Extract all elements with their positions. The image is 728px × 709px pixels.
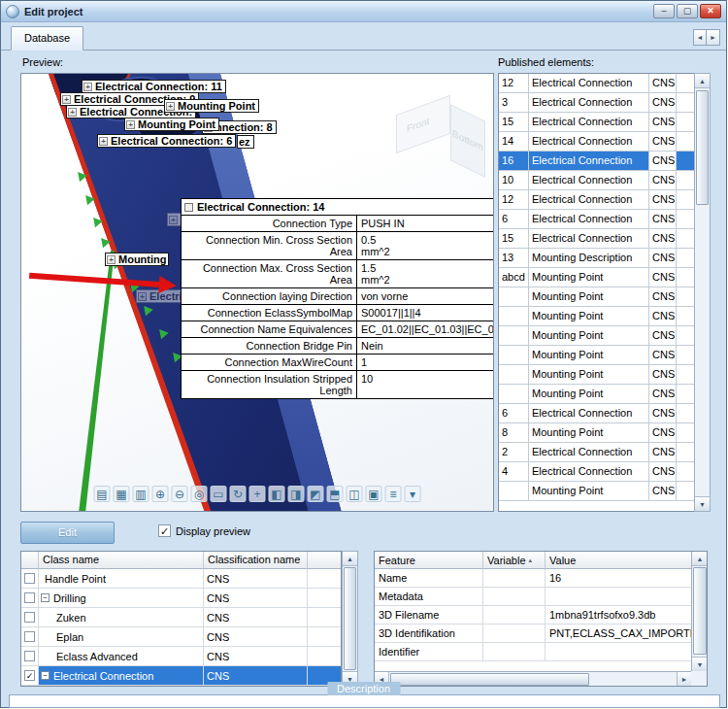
screenshot-icon[interactable]: ▣ bbox=[366, 486, 382, 502]
feature-header[interactable]: Feature bbox=[375, 552, 483, 569]
published-element-row[interactable]: Mounting PointCNS bbox=[499, 365, 694, 385]
scroll-down-icon[interactable]: ▼ bbox=[695, 496, 710, 511]
scroll-down-icon[interactable]: ▼ bbox=[692, 657, 708, 671]
pan-view-icon[interactable]: + bbox=[249, 486, 266, 502]
class-row[interactable]: ZukenCNS bbox=[21, 608, 341, 627]
published-element-row[interactable]: 15Electrical ConnectionCNS bbox=[499, 229, 694, 249]
view-right-icon[interactable]: ◨ bbox=[288, 486, 305, 502]
feature-row[interactable]: 3D IdentifikationPNT,ECLASS_CAX_IMPORTER… bbox=[375, 625, 691, 643]
scroll-up-icon[interactable]: ▲ bbox=[695, 74, 710, 88]
zoom-out-icon[interactable]: ⊖ bbox=[172, 486, 188, 502]
value-header[interactable]: Value bbox=[546, 552, 691, 569]
published-element-row[interactable]: Mounting PointCNS bbox=[499, 346, 694, 365]
published-element-row[interactable]: 4Electrical ConnectionCNS bbox=[499, 462, 694, 482]
view-iso-icon[interactable]: ◩ bbox=[308, 486, 324, 502]
class-row[interactable]: Handle PointCNS bbox=[21, 569, 341, 589]
published-element-row[interactable]: 13Mounting DescriptionCNS bbox=[499, 249, 694, 268]
checkbox-unchecked-icon[interactable] bbox=[24, 573, 35, 584]
tab-database[interactable]: Database bbox=[11, 26, 83, 51]
layers-panel-icon[interactable]: ▤ bbox=[94, 486, 111, 502]
display-preview-checkbox[interactable]: ✓ Display preview bbox=[158, 524, 250, 537]
feature-table-hscrollbar[interactable]: ◄ ► bbox=[375, 671, 691, 687]
published-element-row[interactable]: 12Electrical ConnectionCNS bbox=[499, 74, 694, 93]
class-checkbox-cell[interactable] bbox=[21, 569, 39, 588]
published-element-row[interactable]: 6Electrical ConnectionCNS bbox=[499, 404, 694, 423]
class-checkbox-cell[interactable] bbox=[21, 608, 39, 626]
description-label[interactable]: Description bbox=[327, 682, 400, 695]
published-element-row[interactable]: abcdMounting PointCNS bbox=[499, 268, 694, 287]
views-list-icon[interactable]: ▥ bbox=[133, 486, 149, 502]
checkbox-check-icon[interactable]: ✓ bbox=[158, 524, 171, 537]
checkbox-unchecked-icon[interactable] bbox=[24, 592, 35, 603]
published-scrollbar[interactable]: ▲ ▼ bbox=[694, 73, 711, 512]
scroll-up-icon[interactable]: ▲ bbox=[343, 552, 357, 566]
rotate-view-icon[interactable]: ↻ bbox=[230, 486, 247, 502]
checkbox-unchecked-icon[interactable] bbox=[24, 612, 35, 623]
published-element-row[interactable]: 15Electrical ConnectionCNS bbox=[499, 113, 694, 132]
class-checkbox-cell[interactable] bbox=[21, 647, 39, 665]
model-tree-icon[interactable]: ▦ bbox=[114, 486, 130, 502]
published-element-row[interactable]: Mounting PointCNS bbox=[499, 326, 694, 346]
scroll-thumb[interactable] bbox=[696, 90, 709, 205]
class-checkbox-cell[interactable]: ✓ bbox=[21, 666, 39, 685]
collapse-icon[interactable]: − bbox=[41, 671, 50, 680]
view-front-icon[interactable]: ◫ bbox=[347, 486, 363, 502]
titlebar[interactable]: Edit project – ▢ ✕ bbox=[1, 1, 726, 22]
tab-scroll-right-icon[interactable]: ► bbox=[707, 29, 720, 46]
published-element-row[interactable]: Mounting PointCNS bbox=[499, 287, 694, 307]
checkbox-checked-icon[interactable]: ✓ bbox=[24, 670, 35, 681]
class-row[interactable]: ✓−Electrical ConnectionCNS bbox=[21, 666, 341, 686]
class-row[interactable]: −DrillingCNS bbox=[21, 589, 341, 608]
close-icon[interactable]: ✕ bbox=[700, 4, 721, 18]
published-element-row[interactable]: 8Mounting PointCNS bbox=[499, 423, 694, 443]
published-element-row[interactable]: 6Electrical ConnectionCNS bbox=[499, 210, 694, 229]
class-checkbox-cell[interactable] bbox=[21, 589, 39, 607]
maximize-icon[interactable]: ▢ bbox=[677, 4, 698, 18]
published-element-row[interactable]: Mounting PointCNS bbox=[499, 482, 694, 501]
scroll-thumb[interactable] bbox=[344, 567, 356, 670]
checkbox-unchecked-icon[interactable] bbox=[24, 651, 35, 661]
scroll-up-icon[interactable]: ▲ bbox=[692, 552, 708, 566]
display-options-icon[interactable]: ≡ bbox=[385, 486, 402, 502]
published-element-row[interactable]: 2Electrical ConnectionCNS bbox=[499, 443, 694, 462]
class-row[interactable]: Eclass AdvancedCNS bbox=[21, 647, 341, 666]
tab-scroll-left-icon[interactable]: ◄ bbox=[693, 29, 707, 46]
feature-table-vscrollbar[interactable]: ▲ ▼ bbox=[691, 552, 708, 671]
scene-annotation-label[interactable]: +Mounting De bbox=[105, 253, 169, 266]
description-box[interactable] bbox=[9, 694, 720, 708]
published-element-row[interactable]: 10Electrical ConnectionCNS bbox=[499, 171, 694, 190]
scene-annotation-label[interactable]: +Mounting Point bbox=[124, 118, 219, 131]
classification-name-header[interactable]: Classification name bbox=[204, 552, 308, 569]
class-row[interactable]: EplanCNS bbox=[21, 627, 341, 647]
minimize-icon[interactable]: – bbox=[653, 4, 675, 18]
checkbox-unchecked-icon[interactable] bbox=[24, 631, 35, 642]
scene-annotation-label[interactable]: +Mounting Point bbox=[164, 99, 259, 113]
variable-header[interactable]: Variable ▴ bbox=[483, 552, 546, 569]
3d-preview-viewport[interactable]: Front Bottom +Electrical Connection: 11+… bbox=[20, 73, 494, 512]
class-checkbox-cell[interactable] bbox=[21, 627, 39, 646]
scene-annotation-label[interactable]: +Electrical Connection: 11 bbox=[82, 80, 226, 93]
zoom-in-icon[interactable]: ⊕ bbox=[152, 486, 169, 502]
feature-row[interactable]: Metadata bbox=[375, 588, 691, 606]
scene-annotation-label[interactable]: +Electrical Connection: 6 bbox=[97, 134, 236, 148]
scroll-thumb[interactable] bbox=[693, 567, 707, 655]
published-element-row[interactable]: 16Electrical ConnectionCNS bbox=[499, 152, 694, 171]
scroll-right-icon[interactable]: ► bbox=[677, 672, 691, 687]
view-top-icon[interactable]: ⬒ bbox=[327, 486, 344, 502]
class-table-scrollbar[interactable]: ▲ ▼ bbox=[342, 551, 358, 687]
published-element-row[interactable]: 14Electrical ConnectionCNS bbox=[499, 132, 694, 152]
feature-row[interactable]: Name16 bbox=[375, 569, 691, 588]
published-element-row[interactable]: 3Electrical ConnectionCNS bbox=[499, 93, 694, 113]
scene-annotation-label[interactable]: ez bbox=[237, 135, 254, 149]
published-element-row[interactable]: Mounting PointCNS bbox=[499, 385, 694, 404]
zoom-window-icon[interactable]: ▭ bbox=[211, 486, 227, 502]
zoom-fit-icon[interactable]: ◎ bbox=[191, 486, 208, 502]
class-name-header[interactable]: Class name bbox=[39, 552, 204, 569]
collapse-icon[interactable]: − bbox=[41, 593, 50, 602]
feature-row[interactable]: Identifier bbox=[375, 643, 691, 661]
view-left-icon[interactable]: ◧ bbox=[269, 486, 285, 502]
scroll-thumb[interactable] bbox=[390, 673, 589, 686]
edit-button[interactable]: Edit bbox=[20, 522, 115, 544]
published-element-row[interactable]: 12Electrical ConnectionCNS bbox=[499, 190, 694, 210]
more-options-icon[interactable]: ▾ bbox=[405, 486, 421, 502]
